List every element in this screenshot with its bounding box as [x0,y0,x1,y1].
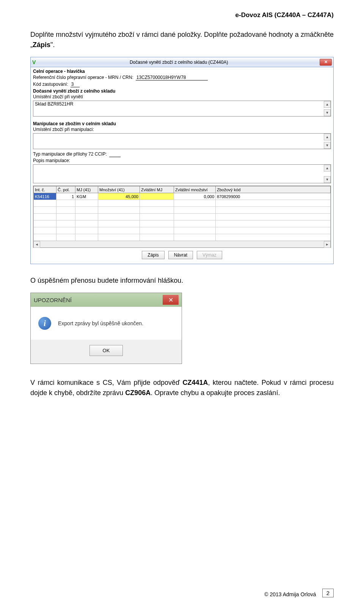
col-int-c[interactable]: Int. č. [34,186,56,193]
table-row[interactable] [34,234,331,241]
code-cz906a: CZ906A [125,389,151,397]
copyright: © 2013 Admija Orlová [264,591,316,597]
app-icon: V [32,59,36,65]
cell-mnozstvi[interactable]: 45,000 [98,193,140,200]
text: V rámci komunikace s CS, Vám přijde odpo… [30,379,182,386]
table-row[interactable] [34,214,331,221]
instruction-3: V rámci komunikace s CS, Vám přijde odpo… [30,378,334,398]
label-mrn: Referenční číslo přepravní operace - MRN… [33,75,133,80]
scroll-down-icon[interactable]: ▼ [324,176,331,183]
grid-header-row: Int. č. Č. pol. MJ (41) Množství (41) Zv… [34,186,331,193]
section-header-1: Celní operace - hlavička [33,68,331,74]
msgbox-titlebar: UPOZORNĚNÍ ✕ [31,293,182,307]
col-zvlastni-mnozstvi[interactable]: Zvláštní množství [174,186,216,193]
scroll-down-icon[interactable]: ▼ [324,109,331,116]
table-row[interactable] [34,227,331,234]
scroll-right-icon[interactable]: ► [324,241,331,248]
list-item[interactable]: Sklad BZR8521HR [33,101,331,107]
table-row[interactable] [34,207,331,214]
label-umisteni-vyneti: Umístění zboží při vynětí [33,94,83,99]
navrat-button[interactable]: Návrat [168,251,193,259]
scroll-up-icon[interactable]: ▲ [324,101,331,108]
scroll-up-icon[interactable]: ▲ [324,134,331,140]
zapis-word: Zápis [33,41,50,49]
scroll-left-icon[interactable]: ◄ [33,241,40,248]
col-mj[interactable]: MJ (41) [75,186,98,193]
msgbox-title: UPOZORNĚNÍ [34,297,72,303]
msgbox-text: Export zprávy byl úspěšně ukončen. [58,320,143,326]
table-row[interactable]: K54116 1 KGM 45,000 0,000 8708299000 [34,193,331,200]
instruction-2: O úspěšném přenosu budete informování hl… [30,276,334,286]
listbox-umisteni-manipulace[interactable]: ▲ ▼ [33,133,331,149]
cell-zvlastni-mj[interactable] [140,193,174,200]
table-row[interactable] [34,221,331,227]
text: . Opravte chybu a opakujte proces zaslán… [151,389,280,397]
page-footer: © 2013 Admija Orlová 2 [264,589,334,597]
label-kod-zastupovani: Kód zastupování: [33,82,68,87]
vymaz-button[interactable]: Výmaz [197,251,222,259]
label-typ-manipulace: Typ manipulace dle přílohy 72 CCIP: [33,151,107,157]
col-zvlastni-mj[interactable]: Zvláštní MJ [140,186,174,193]
code-cz441a: CZ441A [182,379,208,386]
scroll-up-icon[interactable]: ▲ [324,165,331,172]
col-mnozstvi[interactable]: Množství (41) [98,186,140,193]
cell-cpol[interactable]: 1 [56,193,75,200]
listbox-popis-manipulace[interactable]: ▲ ▼ [33,164,331,183]
cell-intc[interactable]: K54116 [34,193,56,200]
close-icon[interactable]: ✕ [163,295,179,305]
window-title: Dočasné vynětí zboží z celního skladu (C… [38,60,320,65]
titlebar: V Dočasné vynětí zboží z celního skladu … [31,57,333,67]
items-grid[interactable]: Int. č. Č. pol. MJ (41) Množství (41) Zv… [33,186,331,248]
doc-header: e-Dovoz AIS (CZ440A – CZ447A) [30,11,334,19]
cell-zvlastni-mnozstvi[interactable]: 0,000 [174,193,216,200]
listbox-umisteni-vyneti[interactable]: Sklad BZR8521HR ▲ ▼ [33,101,331,117]
input-kod-zastupovani[interactable] [71,81,80,87]
horizontal-scrollbar[interactable]: ◄ ► [33,241,331,247]
col-zbozovy-kod[interactable]: Zbožový kód [216,186,331,193]
info-icon: i [38,317,51,330]
message-box-upozorneni: UPOZORNĚNÍ ✕ i Export zprávy byl úspěšně… [30,293,182,364]
app-window-cz440a: V Dočasné vynětí zboží z celního skladu … [30,57,334,264]
close-icon[interactable]: ✕ [320,59,332,66]
input-typ-manipulace[interactable] [109,151,121,157]
cell-zbozovy-kod[interactable]: 8708299000 [216,193,331,200]
text: ". [50,41,55,49]
cell-mj[interactable]: KGM [75,193,98,200]
scroll-down-icon[interactable]: ▼ [324,142,331,149]
table-row[interactable] [34,200,331,207]
label-umisteni-manipulace: Umístění zboží při manipulaci: [33,127,94,132]
section-header-2: Dočasné vynětí zboží z celního skladu [33,88,331,94]
input-mrn[interactable] [136,74,208,80]
label-popis-manipulace: Popis manipulace: [33,158,70,163]
section-header-3: Manipulace se zbožím v celním skladu [33,120,331,126]
instruction-1: Doplňte množství vyjmutého zboží v rámci… [30,30,334,50]
text: Doplňte množství vyjmutého zboží v rámci… [30,31,334,49]
col-c-pol[interactable]: Č. pol. [56,186,75,193]
zapis-button[interactable]: Zápis [142,251,164,259]
page-number: 2 [322,589,334,597]
ok-button[interactable]: OK [89,345,123,356]
